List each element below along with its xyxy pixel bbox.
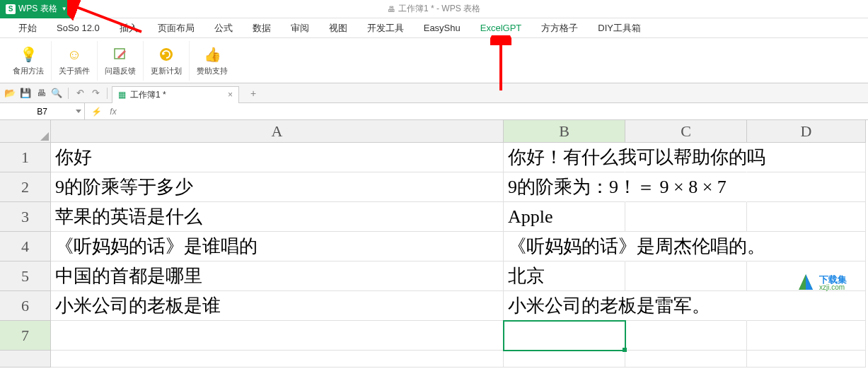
bulb-icon: 💡 <box>18 45 38 64</box>
cell-a7[interactable] <box>51 321 504 351</box>
menu-start[interactable]: 开始 <box>8 18 47 38</box>
wps-logo-icon: S <box>6 4 16 14</box>
edit-icon <box>110 45 130 64</box>
redo-icon[interactable]: ↷ <box>88 86 103 100</box>
table-row: 6 小米公司的老板是谁 小米公司的老板是雷军。 <box>0 291 868 321</box>
cell[interactable] <box>747 351 866 368</box>
separator <box>107 88 108 99</box>
cell-a3[interactable]: 苹果的英语是什么 <box>51 202 504 232</box>
col-header-a[interactable]: A <box>51 120 504 143</box>
cell[interactable] <box>625 351 747 368</box>
menu-review[interactable]: 审阅 <box>281 18 319 38</box>
app-name: WPS 表格 <box>18 3 57 15</box>
menu-easyshu[interactable]: EasyShu <box>414 18 470 38</box>
row-header[interactable] <box>0 351 51 368</box>
window-title: 🖶 工作簿1 * - WPS 表格 <box>388 3 480 15</box>
formula-input[interactable] <box>125 103 868 119</box>
watermark: 下载集 xzji.com <box>795 272 847 293</box>
row-header[interactable]: 4 <box>0 232 51 261</box>
document-icon: 🖶 <box>388 5 395 13</box>
cell-b6[interactable]: 小米公司的老板是雷军。 <box>504 291 625 321</box>
table-row <box>0 351 868 368</box>
cell[interactable] <box>51 351 504 368</box>
table-row: 7 <box>0 321 868 351</box>
menu-data[interactable]: 数据 <box>243 18 281 38</box>
column-headers: A B C D <box>0 120 868 143</box>
cell-a2[interactable]: 9的阶乘等于多少 <box>51 172 504 202</box>
cell-d3[interactable] <box>747 202 866 232</box>
doc-tab-label: 工作簿1 * <box>130 89 166 101</box>
cell-b3[interactable]: Apple <box>504 202 625 232</box>
row-header[interactable]: 7 <box>0 321 51 351</box>
menu-diy[interactable]: DIY工具箱 <box>588 18 651 38</box>
row-header[interactable]: 6 <box>0 291 51 321</box>
cell-a6[interactable]: 小米公司的老板是谁 <box>51 291 504 321</box>
table-row: 1 你好 你好！有什么我可以帮助你的吗 <box>0 143 868 172</box>
thumbsup-icon: 👍 <box>202 45 222 64</box>
formula-bar: B7 ⚡ fx <box>0 103 868 120</box>
table-row: 5 中国的首都是哪里 北京 <box>0 261 868 291</box>
close-tab-icon[interactable]: × <box>228 90 233 100</box>
cell[interactable] <box>504 351 625 368</box>
col-header-b[interactable]: B <box>504 120 625 143</box>
ribbon-feedback[interactable]: 问题反馈 <box>98 41 144 81</box>
row-header[interactable]: 2 <box>0 172 51 202</box>
cell-b7[interactable] <box>504 321 625 351</box>
cell-c5[interactable] <box>625 261 747 291</box>
svg-point-1 <box>160 48 173 61</box>
row-header[interactable]: 1 <box>0 143 51 172</box>
row-header[interactable]: 5 <box>0 261 51 291</box>
cell-b4[interactable]: 《听妈妈的话》是周杰伦唱的。 <box>504 232 625 261</box>
add-tab-button[interactable]: + <box>246 88 260 99</box>
preview-icon[interactable]: 🔍 <box>50 86 64 100</box>
formula-buttons: ⚡ fx <box>85 107 125 117</box>
cell-d2[interactable] <box>747 172 866 202</box>
cell-a5[interactable]: 中国的首都是哪里 <box>51 261 504 291</box>
chevron-down-icon: ▼ <box>62 6 67 12</box>
menu-soso[interactable]: SoSo 12.0 <box>47 18 110 38</box>
table-row: 4 《听妈妈的话》是谁唱的 《听妈妈的话》是周杰伦唱的。 <box>0 232 868 261</box>
cell-d6[interactable] <box>747 291 866 321</box>
menu-insert[interactable]: 插入 <box>110 18 148 38</box>
app-menu-button[interactable]: S WPS 表格 ▼ <box>0 0 73 18</box>
cell-a4[interactable]: 《听妈妈的话》是谁唱的 <box>51 232 504 261</box>
name-box[interactable]: B7 <box>0 103 85 119</box>
menu-excelgpt[interactable]: ExcelGPT <box>470 18 532 38</box>
menu-formula[interactable]: 公式 <box>204 18 243 38</box>
document-tab[interactable]: ▦ 工作簿1 * × <box>112 86 239 103</box>
menu-view[interactable]: 视图 <box>319 18 357 38</box>
select-all-corner[interactable] <box>0 120 51 143</box>
ribbon-update[interactable]: 更新计划 <box>144 41 190 81</box>
ribbon-donate[interactable]: 👍 赞助支持 <box>190 41 235 81</box>
watermark-text: 下载集 xzji.com <box>819 275 847 291</box>
save-icon[interactable]: 💾 <box>18 86 33 100</box>
undo-icon[interactable]: ↶ <box>73 86 87 100</box>
ribbon-about[interactable]: ☺ 关于插件 <box>52 41 98 81</box>
cell-b2[interactable]: 9的阶乘为：9！＝ 9 × 8 × 7 <box>504 172 625 202</box>
menu-devtools[interactable]: 开发工具 <box>357 18 414 38</box>
cell-b1[interactable]: 你好！有什么我可以帮助你的吗 <box>504 143 625 172</box>
table-row: 2 9的阶乘等于多少 9的阶乘为：9！＝ 9 × 8 × 7 <box>0 172 868 202</box>
smile-icon: ☺ <box>64 45 84 64</box>
table-row: 3 苹果的英语是什么 Apple <box>0 202 868 232</box>
cell-b5[interactable]: 北京 <box>504 261 625 291</box>
cell-d7[interactable] <box>747 321 866 351</box>
cell-c7[interactable] <box>625 321 747 351</box>
spreadsheet-grid: A B C D 1 你好 你好！有什么我可以帮助你的吗 2 9的阶乘等于多少 9… <box>0 120 868 368</box>
titlebar: S WPS 表格 ▼ 🖶 工作簿1 * - WPS 表格 <box>0 0 868 18</box>
open-icon[interactable]: 📂 <box>3 86 17 100</box>
print-icon[interactable]: 🖶 <box>34 86 48 100</box>
separator <box>68 88 69 99</box>
lightning-icon[interactable]: ⚡ <box>91 107 102 117</box>
row-header[interactable]: 3 <box>0 202 51 232</box>
col-header-d[interactable]: D <box>747 120 866 143</box>
menu-fangfang[interactable]: 方方格子 <box>531 18 588 38</box>
menubar: 开始 SoSo 12.0 插入 页面布局 公式 数据 审阅 视图 开发工具 Ea… <box>0 18 868 38</box>
fx-icon[interactable]: fx <box>108 107 119 117</box>
cell-a1[interactable]: 你好 <box>51 143 504 172</box>
menu-pagelayout[interactable]: 页面布局 <box>148 18 204 38</box>
col-header-c[interactable]: C <box>625 120 747 143</box>
cell-c3[interactable] <box>625 202 747 232</box>
spreadsheet-icon: ▦ <box>118 90 126 100</box>
ribbon-usage[interactable]: 💡 食用方法 <box>6 41 52 81</box>
